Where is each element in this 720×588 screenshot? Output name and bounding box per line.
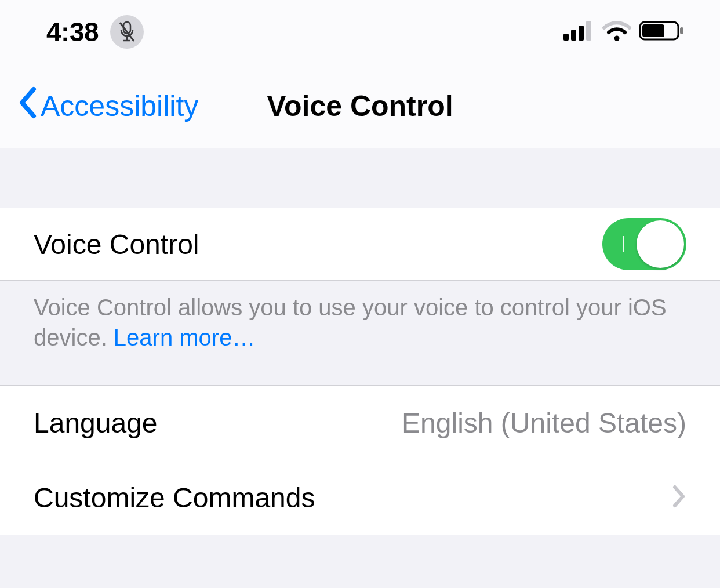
status-time: 4:38	[46, 16, 99, 48]
customize-commands-row[interactable]: Customize Commands	[0, 460, 720, 535]
settings-group: Language English (United States) Customi…	[0, 385, 720, 535]
language-value: English (United States)	[402, 407, 686, 439]
nav-bar: Accessibility Voice Control	[0, 64, 720, 148]
back-button[interactable]: Accessibility	[17, 86, 198, 126]
voice-control-label: Voice Control	[34, 228, 199, 260]
voice-control-row: Voice Control	[0, 208, 720, 281]
group-spacer	[0, 148, 720, 208]
toggle-knob	[637, 220, 684, 268]
customize-commands-label: Customize Commands	[34, 482, 315, 514]
language-value-container: English (United States)	[402, 407, 686, 439]
chevron-left-icon	[17, 86, 37, 126]
voice-control-toggle[interactable]	[602, 218, 686, 270]
svg-rect-10	[642, 24, 664, 37]
language-label: Language	[34, 407, 158, 439]
back-label: Accessibility	[41, 89, 198, 123]
learn-more-link[interactable]: Learn more…	[114, 325, 256, 350]
svg-rect-5	[571, 30, 576, 41]
chevron-right-icon	[672, 485, 686, 510]
cellular-signal-icon	[563, 21, 595, 43]
svg-point-8	[614, 36, 620, 41]
status-left: 4:38	[46, 15, 144, 49]
toggle-on-indicator	[623, 236, 624, 252]
svg-rect-6	[579, 26, 584, 41]
group-spacer	[0, 353, 720, 385]
mic-muted-icon	[110, 15, 144, 49]
page-title: Voice Control	[267, 89, 453, 123]
battery-icon	[639, 20, 685, 44]
language-row[interactable]: Language English (United States)	[0, 386, 720, 460]
svg-rect-11	[680, 27, 683, 34]
status-right	[563, 20, 685, 44]
bottom-spacer	[0, 535, 720, 581]
svg-rect-7	[586, 21, 591, 41]
status-bar: 4:38	[0, 0, 720, 64]
svg-rect-4	[563, 34, 569, 41]
voice-control-footer: Voice Control allows you to use your voi…	[0, 281, 720, 353]
wifi-icon	[602, 20, 632, 44]
